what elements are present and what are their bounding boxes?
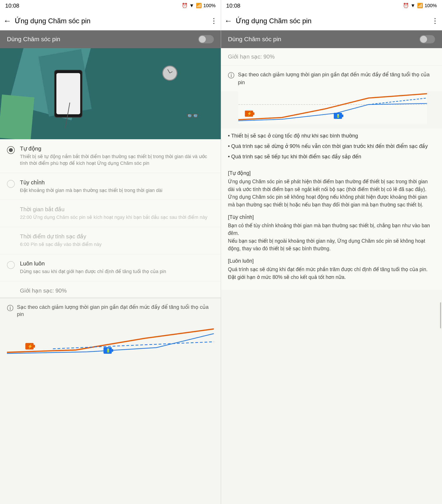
app-title-right: Ứng dụng Chăm sóc pin — [236, 17, 432, 25]
section-auto-body: Ứng dụng Chăm sóc pin sẽ phát hiện thời … — [228, 178, 435, 209]
radio-auto[interactable] — [7, 146, 15, 154]
toggle-switch-right[interactable] — [420, 35, 435, 43]
option-custom[interactable]: Tùy chỉnh Đặt khoảng thời gian mà bạn th… — [0, 173, 221, 200]
app-bar-right: ← Ứng dụng Chăm sóc pin ⋮ — [221, 11, 442, 30]
hero-watch — [162, 66, 177, 81]
right-screen: 10:08 ⏰ ▼ 📶 100% ← Ứng dụng Chăm sóc pin… — [221, 0, 442, 504]
svg-text:🔋: 🔋 — [106, 348, 110, 353]
options-section: Tự động Thiết bị sẽ tự động nắm bắt thời… — [0, 139, 221, 298]
option-end-time-content: Thời điểm dự tính sạc đầy 6:00 Pin sẽ sạ… — [20, 233, 214, 248]
back-button-left[interactable]: ← — [3, 16, 11, 25]
option-custom-title: Tùy chỉnh — [20, 179, 214, 186]
wifi-icon-right: ▼ — [411, 3, 415, 8]
alarm-icon-right: ⏰ — [403, 3, 409, 8]
screens-wrapper: 10:08 ⏰ ▼ 📶 100% ← Ứng dụng Chăm sóc pin… — [0, 0, 442, 504]
option-always[interactable]: Luôn luôn Dừng sạc sau khi đạt giới hạn … — [0, 254, 221, 281]
info-icon-left: ⓘ — [7, 304, 14, 313]
info-block-right: ⓘ Sạc theo cách giảm lượng thời gian pin… — [221, 66, 442, 91]
option-start-time-content: Thời gian bắt đầu 22:00 Ứng dụng Chăm só… — [20, 206, 214, 221]
more-button-left[interactable]: ⋮ — [210, 17, 217, 25]
section-always: [Luôn luôn] Quá trình sạc sẽ dừng khi đạ… — [228, 258, 435, 281]
option-always-title: Luôn luôn — [20, 260, 214, 267]
option-start-time-desc: 22:00 Ứng dụng Chăm sóc pin sẽ kích hoạt… — [20, 214, 214, 221]
long-text-section: [Tự động] Ứng dụng Chăm sóc pin sẽ phát … — [221, 166, 442, 290]
limit-row-left: Giới hạn sạc: 90% — [0, 281, 221, 298]
option-end-time: Thời điểm dự tính sạc đầy 6:00 Pin sẽ sạ… — [0, 227, 221, 254]
status-icons-right: ⏰ ▼ 📶 100% — [403, 3, 437, 8]
option-auto-content: Tự động Thiết bị sẽ tự động nắm bắt thời… — [20, 145, 214, 167]
option-auto-title: Tự động — [20, 145, 214, 152]
bullets-section: • Thiết bị sẽ sạc ở cùng tốc độ như khi … — [221, 128, 442, 166]
option-end-time-desc: 6:00 Pin sẽ sạc đầy vào thời điểm này — [20, 241, 214, 248]
section-auto-title: [Tự động] — [228, 170, 435, 176]
alarm-icon-left: ⏰ — [182, 3, 188, 8]
signal-icon-left: 📶 — [196, 3, 202, 8]
option-always-content: Luôn luôn Dừng sạc sau khi đạt giới hạn … — [20, 260, 214, 275]
status-time-right: 10:08 — [226, 2, 240, 9]
bullet-2: • Quá trình sạc sẽ dừng ở 90% nếu vẫn cò… — [228, 142, 435, 150]
svg-text:🔋: 🔋 — [336, 114, 340, 118]
signal-icon-right: 📶 — [417, 3, 423, 8]
toggle-row-right: Dùng Chăm sóc pin — [221, 30, 442, 48]
hero-image-inner: 👓 — [0, 48, 221, 139]
info-section-left: ⓘ Sạc theo cách giảm lượng thời gian pin… — [0, 298, 221, 323]
radio-always[interactable] — [7, 261, 15, 269]
status-icons-left: ⏰ ▼ 📶 100% — [182, 3, 216, 8]
radio-custom[interactable] — [7, 180, 15, 188]
hero-glasses: 👓 — [186, 110, 199, 122]
toggle-label-left: Dùng Chăm sóc pin — [7, 36, 60, 43]
status-bar-left: 10:08 ⏰ ▼ 📶 100% — [0, 0, 221, 11]
info-text-left: Sạc theo cách giảm lượng thời gian pin g… — [17, 303, 214, 318]
toggle-switch-left[interactable] — [198, 35, 214, 43]
option-custom-desc: Đặt khoảng thời gian mà bạn thường sạc t… — [20, 187, 214, 194]
option-always-desc: Dừng sạc sau khi đạt giới hạn được chỉ đ… — [20, 268, 214, 275]
info-icon-right: ⓘ — [228, 71, 235, 80]
section-auto: [Tự động] Ứng dụng Chăm sóc pin sẽ phát … — [228, 170, 435, 209]
option-start-time-title: Thời gian bắt đầu — [20, 206, 214, 213]
wifi-icon-left: ▼ — [189, 3, 194, 8]
section-always-body: Quá trình sạc sẽ dừng khi đạt đến mức ph… — [228, 266, 435, 281]
scrollbar-indicator[interactable] — [440, 302, 441, 328]
hero-shape-3 — [0, 94, 34, 139]
info-text-right: Sạc theo cách giảm lượng thời gian pin g… — [238, 71, 435, 86]
option-start-time: Thời gian bắt đầu 22:00 Ứng dụng Chăm só… — [0, 200, 221, 227]
toggle-row-left: Dùng Chăm sóc pin — [0, 30, 221, 48]
option-auto[interactable]: Tự động Thiết bị sẽ tự động nắm bắt thời… — [0, 139, 221, 173]
more-button-right[interactable]: ⋮ — [432, 17, 439, 25]
option-custom-content: Tùy chỉnh Đặt khoảng thời gian mà bạn th… — [20, 179, 214, 194]
chart-area-left: ⚡ 🔋 — [0, 323, 221, 358]
svg-rect-8 — [238, 91, 427, 124]
option-auto-desc: Thiết bị sẽ tự động nắm bắt thời điểm bạ… — [20, 153, 214, 167]
back-button-right[interactable]: ← — [224, 16, 232, 25]
chart-svg-left: ⚡ 🔋 — [7, 327, 214, 357]
svg-text:⚡: ⚡ — [28, 344, 33, 349]
section-always-title: [Luôn luôn] — [228, 258, 435, 264]
svg-rect-3 — [34, 345, 35, 348]
status-time-left: 10:08 — [5, 2, 19, 9]
option-end-time-title: Thời điểm dự tính sạc đầy — [20, 233, 214, 240]
battery-text-left: 100% — [203, 3, 216, 8]
bullet-1: • Thiết bị sẽ sạc ở cùng tốc độ như khi … — [228, 132, 435, 140]
chart-svg-right: ⚡ 🔋 — [238, 91, 427, 124]
bullet-3: • Quá trình sạc sẽ tiếp tục khi thời điể… — [228, 153, 435, 161]
toggle-label-right: Dùng Chăm sóc pin — [228, 36, 281, 43]
hero-image: 👓 — [0, 48, 221, 139]
chart-area-right: ⚡ 🔋 — [221, 91, 442, 128]
svg-rect-6 — [112, 349, 113, 352]
section-custom: [Tùy chỉnh] Bạn có thể tùy chỉnh khoảng … — [228, 214, 435, 253]
app-bar-left: ← Ứng dụng Chăm sóc pin ⋮ — [0, 11, 221, 30]
svg-rect-11 — [253, 112, 254, 115]
app-title-left: Ứng dụng Chăm sóc pin — [15, 17, 210, 25]
status-bar-right: 10:08 ⏰ ▼ 📶 100% — [221, 0, 442, 11]
section-custom-body: Bạn có thể tùy chỉnh khoảng thời gian mà… — [228, 222, 435, 253]
section-custom-title: [Tùy chỉnh] — [228, 214, 435, 220]
battery-text-right: 100% — [425, 3, 437, 8]
svg-rect-14 — [342, 114, 343, 117]
svg-text:⚡: ⚡ — [247, 111, 252, 116]
left-screen: 10:08 ⏰ ▼ 📶 100% ← Ứng dụng Chăm sóc pin… — [0, 0, 221, 504]
gioihan-row-right: Giới hạn sạc: 90% — [221, 48, 442, 66]
